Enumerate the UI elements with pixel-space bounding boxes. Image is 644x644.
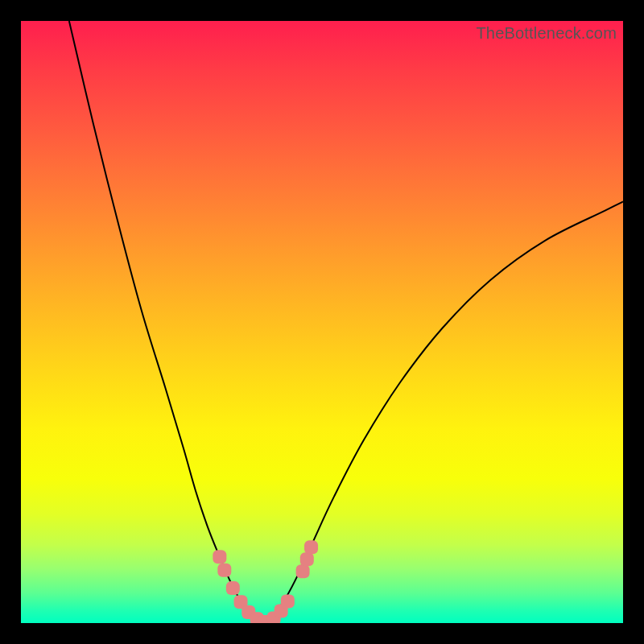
chart-svg [21,21,623,623]
data-marker [217,564,231,577]
marker-group [213,540,318,623]
data-marker [281,595,295,609]
data-marker [300,552,314,566]
curve-left-branch [69,21,256,620]
data-marker [213,550,226,564]
data-marker [304,540,318,554]
plot-area: TheBottleneck.com [21,21,623,623]
chart-frame: TheBottleneck.com [0,0,644,644]
data-marker [226,581,240,595]
curve-right-branch [268,201,623,620]
data-marker [296,564,310,578]
